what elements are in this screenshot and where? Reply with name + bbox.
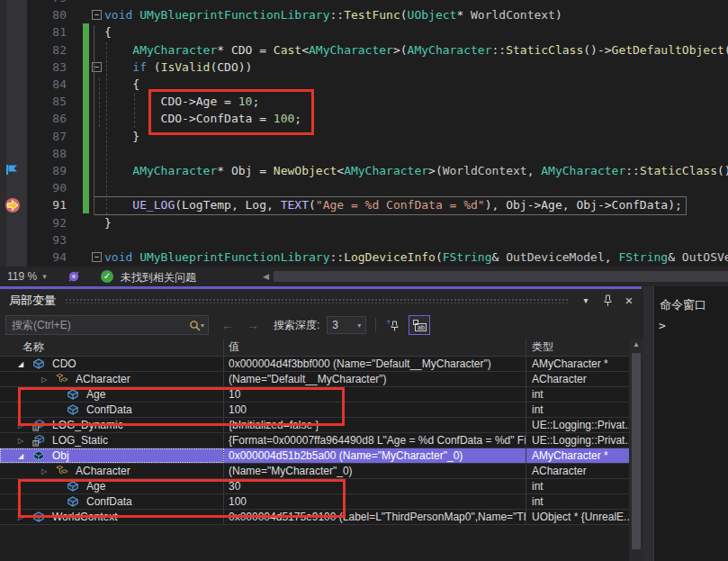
locals-row-LOG_Static[interactable]: ▷1LOG_Static{Format=0x00007ffa964490d8 L… <box>0 433 629 448</box>
glyph-margin-cell[interactable] <box>0 179 27 196</box>
locals-row-ConfData[interactable]: ConfData100int <box>0 403 629 418</box>
expand-icon[interactable]: ▷ <box>41 465 47 478</box>
locals-row-Age[interactable]: Age10int <box>0 387 629 403</box>
close-icon[interactable]: × <box>620 293 638 309</box>
document-health-icon[interactable] <box>67 269 81 284</box>
value-cell[interactable]: 100 <box>224 403 526 417</box>
code-line-81[interactable]: 81{ <box>0 23 728 41</box>
scroll-up-arrow[interactable]: ▲ <box>629 340 643 348</box>
search-box[interactable]: ▾ <box>5 315 209 335</box>
collapse-icon[interactable]: ◢ <box>18 449 23 463</box>
code-line-85[interactable]: 85 CDO->Age = 10; <box>0 93 728 110</box>
column-header-value[interactable]: 值 <box>224 339 526 357</box>
name-cell[interactable]: ◢CDO <box>0 357 224 371</box>
code-line-88[interactable]: 88 <box>0 145 728 162</box>
name-cell[interactable]: ▷ACharacter <box>0 464 224 478</box>
show-raw-text-toggle[interactable]: ab <box>409 315 430 335</box>
value-cell[interactable]: 30 <box>224 479 526 493</box>
expand-icon[interactable]: ▷ <box>18 419 23 432</box>
command-prompt[interactable]: > <box>659 319 728 332</box>
zoom-control[interactable]: 119 % ▾ <box>7 267 47 286</box>
locals-row-Obj[interactable]: ◢Obj0x000004d51b2b5a00 (Name="MyCharacte… <box>0 448 629 464</box>
code-line-79[interactable]: 79 <box>0 0 728 6</box>
fold-margin[interactable]: − <box>92 252 104 262</box>
locals-row-ACharacter[interactable]: ▷ACharacter(Name="MyCharacter"_0)ACharac… <box>0 464 629 479</box>
value-cell[interactable]: 10 <box>224 387 526 402</box>
locals-row-LOG_Dynamic[interactable]: ▷1LOG_Dynamic{bInitialized=false }UE::Lo… <box>0 418 629 433</box>
code-line-92[interactable]: 92} <box>0 213 728 231</box>
hscroll-left-arrow[interactable]: ◀ <box>263 272 269 281</box>
value-cell[interactable]: 0x000004d4f3bbf000 (Name="Default__MyCha… <box>224 357 526 371</box>
next-arrow-icon[interactable]: → <box>247 318 259 332</box>
fold-margin[interactable]: − <box>92 10 104 20</box>
locals-row-ConfData[interactable]: ConfData100int <box>0 494 629 510</box>
code-line-94[interactable]: 94−void UMyBlueprintFunctionLibrary::Log… <box>0 249 728 266</box>
value-cell[interactable]: {bInitialized=false } <box>224 418 526 432</box>
expand-icon[interactable]: ▷ <box>18 434 23 448</box>
column-header-type[interactable]: 类型 <box>526 339 629 357</box>
glyph-margin-cell[interactable] <box>0 23 27 41</box>
scrollbar-thumb[interactable] <box>632 353 641 549</box>
code-line-90[interactable]: 90 <box>0 179 728 196</box>
glyph-margin-cell[interactable] <box>0 93 27 110</box>
glyph-margin-cell[interactable] <box>0 76 27 93</box>
search-depth-select[interactable]: 3 ▾ <box>327 316 366 334</box>
name-cell[interactable]: ▷1LOG_Dynamic <box>0 418 224 432</box>
glyph-margin-cell[interactable] <box>0 41 27 59</box>
code-line-91[interactable]: 91 UE_LOG(LogTemp, Log, TEXT("Age = %d C… <box>0 196 728 213</box>
name-cell[interactable]: ▷1LOG_Static <box>0 433 224 448</box>
pin-icon[interactable] <box>598 293 616 309</box>
name-cell[interactable]: Age <box>0 479 224 493</box>
pin-tooltip-button[interactable]: T <box>382 315 403 335</box>
fold-marker-icon[interactable]: − <box>92 252 102 262</box>
glyph-margin-cell[interactable] <box>0 231 27 249</box>
glyph-margin-cell[interactable] <box>0 128 27 145</box>
code-editor[interactable]: 7980−void UMyBlueprintFunctionLibrary::T… <box>0 0 728 267</box>
locals-row-CDO[interactable]: ◢CDO0x000004d4f3bbf000 (Name="Default__M… <box>0 357 629 372</box>
fold-marker-icon[interactable]: − <box>92 62 102 72</box>
glyph-margin-cell[interactable] <box>0 6 27 23</box>
locals-scrollbar[interactable]: ▲ <box>629 339 643 561</box>
value-cell[interactable]: 0x000004d5175e9100 (Label=L"ThirdPersonM… <box>224 510 526 524</box>
name-cell[interactable]: Age <box>0 387 224 402</box>
glyph-margin-cell[interactable] <box>0 59 27 76</box>
collapse-icon[interactable]: ◢ <box>18 357 23 371</box>
locals-titlebar[interactable]: 局部变量 ▾ × <box>0 289 642 312</box>
code-line-86[interactable]: 86 CDO->ConfData = 100; <box>0 110 728 127</box>
locals-row-WorldContext[interactable]: ▷WorldContext0x000004d5175e9100 (Label=L… <box>0 510 629 525</box>
locals-row-Age[interactable]: Age30int <box>0 479 629 494</box>
glyph-margin-cell[interactable] <box>0 162 27 179</box>
locals-row-ACharacter[interactable]: ▷ACharacter(Name="Default__MyCharacter")… <box>0 372 629 387</box>
expand-icon[interactable]: ▷ <box>18 511 23 524</box>
name-cell[interactable]: ▷ACharacter <box>0 372 224 386</box>
fold-marker-icon[interactable]: − <box>92 10 102 20</box>
search-input[interactable] <box>6 319 189 331</box>
window-menu-chevron-icon[interactable]: ▾ <box>577 293 595 309</box>
hscroll-thumb[interactable] <box>274 271 728 282</box>
code-line-83[interactable]: 83− if (IsValid(CDO)) <box>0 59 728 76</box>
command-window-panel[interactable]: 命令窗口 > <box>653 286 728 561</box>
column-header-name[interactable]: 名称 <box>0 339 224 357</box>
code-line-80[interactable]: 80−void UMyBlueprintFunctionLibrary::Tes… <box>0 6 728 23</box>
value-cell[interactable]: 100 <box>224 494 526 509</box>
name-cell[interactable]: ◢Obj <box>0 448 224 463</box>
code-line-84[interactable]: 84 { <box>0 76 728 93</box>
code-line-89[interactable]: 89 AMyCharacter* Obj = NewObject<AMyChar… <box>0 162 728 179</box>
value-cell[interactable]: 0x000004d51b2b5a00 (Name="MyCharacter"_0… <box>224 448 526 463</box>
glyph-margin-cell[interactable] <box>0 213 27 231</box>
glyph-margin-cell[interactable] <box>0 249 27 266</box>
value-cell[interactable]: {Format=0x00007ffa964490d8 L"Age = %d Co… <box>224 433 526 448</box>
name-cell[interactable]: ConfData <box>0 403 224 417</box>
code-line-82[interactable]: 82 AMyCharacter* CDO = Cast<AMyCharacter… <box>0 41 728 59</box>
fold-margin[interactable]: − <box>92 62 104 72</box>
name-cell[interactable]: ConfData <box>0 494 224 509</box>
glyph-margin-cell[interactable] <box>0 196 27 213</box>
code-line-93[interactable]: 93 <box>0 231 728 249</box>
glyph-margin-cell[interactable] <box>0 0 27 6</box>
prev-arrow-icon[interactable]: ← <box>221 318 234 332</box>
value-cell[interactable]: (Name="Default__MyCharacter") <box>224 372 526 386</box>
glyph-margin-cell[interactable] <box>0 145 27 162</box>
expand-icon[interactable]: ▷ <box>41 373 47 386</box>
glyph-margin-cell[interactable] <box>0 110 27 127</box>
value-cell[interactable]: (Name="MyCharacter"_0) <box>224 464 526 478</box>
